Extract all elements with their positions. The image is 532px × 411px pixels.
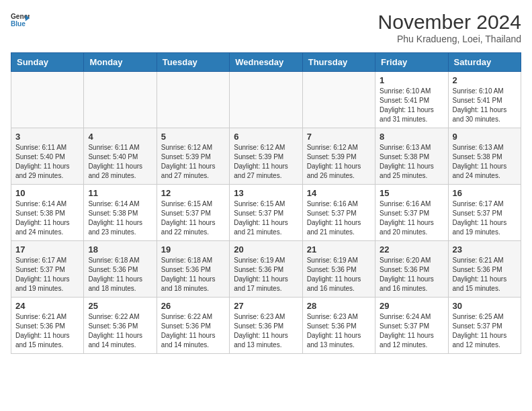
day-number: 15 xyxy=(380,188,443,198)
day-number: 20 xyxy=(234,244,298,255)
day-info: Sunrise: 6:16 AM Sunset: 5:37 PM Dayligh… xyxy=(307,199,371,237)
day-number: 16 xyxy=(453,188,517,198)
calendar-cell xyxy=(302,72,375,128)
day-info: Sunrise: 6:18 AM Sunset: 5:36 PM Dayligh… xyxy=(88,256,152,293)
day-info: Sunrise: 6:12 AM Sunset: 5:39 PM Dayligh… xyxy=(307,143,371,181)
day-number: 8 xyxy=(380,132,443,142)
calendar-cell xyxy=(11,72,84,128)
day-info: Sunrise: 6:13 AM Sunset: 5:38 PM Dayligh… xyxy=(380,143,443,181)
weekday-saturday: Saturday xyxy=(448,53,521,72)
calendar-week-2: 3Sunrise: 6:11 AM Sunset: 5:40 PM Daylig… xyxy=(11,128,521,185)
day-info: Sunrise: 6:17 AM Sunset: 5:37 PM Dayligh… xyxy=(453,199,517,237)
day-info: Sunrise: 6:10 AM Sunset: 5:41 PM Dayligh… xyxy=(453,87,517,124)
calendar-cell: 20Sunrise: 6:19 AM Sunset: 5:36 PM Dayli… xyxy=(230,241,302,298)
calendar-cell: 25Sunrise: 6:22 AM Sunset: 5:36 PM Dayli… xyxy=(84,298,157,354)
day-number: 25 xyxy=(88,301,152,311)
day-number: 4 xyxy=(88,132,152,142)
day-info: Sunrise: 6:14 AM Sunset: 5:38 PM Dayligh… xyxy=(88,199,152,237)
calendar-cell: 23Sunrise: 6:21 AM Sunset: 5:36 PM Dayli… xyxy=(448,241,521,298)
day-info: Sunrise: 6:22 AM Sunset: 5:36 PM Dayligh… xyxy=(88,312,152,350)
day-info: Sunrise: 6:15 AM Sunset: 5:37 PM Dayligh… xyxy=(161,199,225,237)
calendar-week-4: 17Sunrise: 6:17 AM Sunset: 5:37 PM Dayli… xyxy=(11,241,521,298)
day-info: Sunrise: 6:11 AM Sunset: 5:40 PM Dayligh… xyxy=(88,143,152,181)
calendar-cell xyxy=(84,72,157,128)
calendar-cell: 22Sunrise: 6:20 AM Sunset: 5:36 PM Dayli… xyxy=(375,241,448,298)
day-number: 23 xyxy=(453,244,517,255)
calendar-cell: 16Sunrise: 6:17 AM Sunset: 5:37 PM Dayli… xyxy=(448,185,521,241)
calendar-week-3: 10Sunrise: 6:14 AM Sunset: 5:38 PM Dayli… xyxy=(11,185,521,241)
day-number: 11 xyxy=(88,188,152,198)
day-info: Sunrise: 6:20 AM Sunset: 5:36 PM Dayligh… xyxy=(380,256,443,293)
day-number: 22 xyxy=(380,244,443,255)
calendar-cell: 2Sunrise: 6:10 AM Sunset: 5:41 PM Daylig… xyxy=(448,72,521,128)
day-number: 18 xyxy=(88,244,152,255)
calendar-cell: 28Sunrise: 6:23 AM Sunset: 5:36 PM Dayli… xyxy=(302,298,375,354)
day-info: Sunrise: 6:17 AM Sunset: 5:37 PM Dayligh… xyxy=(15,256,79,293)
weekday-tuesday: Tuesday xyxy=(157,53,229,72)
day-number: 6 xyxy=(234,132,298,142)
calendar-cell: 11Sunrise: 6:14 AM Sunset: 5:38 PM Dayli… xyxy=(84,185,157,241)
day-info: Sunrise: 6:15 AM Sunset: 5:37 PM Dayligh… xyxy=(234,199,298,237)
calendar-cell: 8Sunrise: 6:13 AM Sunset: 5:38 PM Daylig… xyxy=(375,128,448,185)
logo-icon: General Blue xyxy=(11,11,30,30)
calendar-cell: 6Sunrise: 6:12 AM Sunset: 5:39 PM Daylig… xyxy=(230,128,302,185)
calendar-week-5: 24Sunrise: 6:21 AM Sunset: 5:36 PM Dayli… xyxy=(11,298,521,354)
calendar-cell: 29Sunrise: 6:24 AM Sunset: 5:37 PM Dayli… xyxy=(375,298,448,354)
day-number: 12 xyxy=(161,188,225,198)
weekday-friday: Friday xyxy=(375,53,448,72)
weekday-header-row: SundayMondayTuesdayWednesdayThursdayFrid… xyxy=(11,53,521,72)
day-number: 19 xyxy=(161,244,225,255)
day-info: Sunrise: 6:21 AM Sunset: 5:36 PM Dayligh… xyxy=(453,256,517,293)
day-number: 3 xyxy=(15,132,79,142)
day-number: 13 xyxy=(234,188,298,198)
day-info: Sunrise: 6:13 AM Sunset: 5:38 PM Dayligh… xyxy=(453,143,517,181)
calendar-cell: 7Sunrise: 6:12 AM Sunset: 5:39 PM Daylig… xyxy=(302,128,375,185)
svg-text:Blue: Blue xyxy=(11,20,26,28)
title-area: November 2024 Phu Kradueng, Loei, Thaila… xyxy=(378,11,521,44)
weekday-thursday: Thursday xyxy=(302,53,375,72)
day-number: 29 xyxy=(380,301,443,311)
calendar-cell xyxy=(157,72,229,128)
day-info: Sunrise: 6:12 AM Sunset: 5:39 PM Dayligh… xyxy=(234,143,298,181)
calendar-cell: 5Sunrise: 6:12 AM Sunset: 5:39 PM Daylig… xyxy=(157,128,229,185)
day-info: Sunrise: 6:16 AM Sunset: 5:37 PM Dayligh… xyxy=(380,199,443,237)
day-number: 7 xyxy=(307,132,371,142)
day-info: Sunrise: 6:10 AM Sunset: 5:41 PM Dayligh… xyxy=(380,87,443,124)
day-number: 17 xyxy=(15,244,79,255)
day-number: 14 xyxy=(307,188,371,198)
calendar-cell: 3Sunrise: 6:11 AM Sunset: 5:40 PM Daylig… xyxy=(11,128,84,185)
day-info: Sunrise: 6:19 AM Sunset: 5:36 PM Dayligh… xyxy=(234,256,298,293)
location: Phu Kradueng, Loei, Thailand xyxy=(378,34,521,44)
day-info: Sunrise: 6:21 AM Sunset: 5:36 PM Dayligh… xyxy=(15,312,79,350)
calendar-week-1: 1Sunrise: 6:10 AM Sunset: 5:41 PM Daylig… xyxy=(11,72,521,128)
day-info: Sunrise: 6:14 AM Sunset: 5:38 PM Dayligh… xyxy=(15,199,79,237)
calendar-table: SundayMondayTuesdayWednesdayThursdayFrid… xyxy=(11,52,521,354)
day-number: 27 xyxy=(234,301,298,311)
calendar-cell: 4Sunrise: 6:11 AM Sunset: 5:40 PM Daylig… xyxy=(84,128,157,185)
weekday-wednesday: Wednesday xyxy=(230,53,302,72)
day-info: Sunrise: 6:18 AM Sunset: 5:36 PM Dayligh… xyxy=(161,256,225,293)
day-info: Sunrise: 6:24 AM Sunset: 5:37 PM Dayligh… xyxy=(380,312,443,350)
page-header: General Blue November 2024 Phu Kradueng,… xyxy=(11,11,521,44)
day-number: 26 xyxy=(161,301,225,311)
day-number: 24 xyxy=(15,301,79,311)
calendar-cell: 30Sunrise: 6:25 AM Sunset: 5:37 PM Dayli… xyxy=(448,298,521,354)
day-number: 1 xyxy=(380,75,443,85)
day-info: Sunrise: 6:23 AM Sunset: 5:36 PM Dayligh… xyxy=(307,312,371,350)
calendar-cell: 18Sunrise: 6:18 AM Sunset: 5:36 PM Dayli… xyxy=(84,241,157,298)
day-number: 10 xyxy=(15,188,79,198)
day-info: Sunrise: 6:25 AM Sunset: 5:37 PM Dayligh… xyxy=(453,312,517,350)
logo: General Blue xyxy=(11,11,30,30)
day-number: 28 xyxy=(307,301,371,311)
calendar-cell: 12Sunrise: 6:15 AM Sunset: 5:37 PM Dayli… xyxy=(157,185,229,241)
calendar-cell: 14Sunrise: 6:16 AM Sunset: 5:37 PM Dayli… xyxy=(302,185,375,241)
calendar-cell xyxy=(230,72,302,128)
calendar-cell: 9Sunrise: 6:13 AM Sunset: 5:38 PM Daylig… xyxy=(448,128,521,185)
day-number: 30 xyxy=(453,301,517,311)
calendar-cell: 19Sunrise: 6:18 AM Sunset: 5:36 PM Dayli… xyxy=(157,241,229,298)
day-info: Sunrise: 6:22 AM Sunset: 5:36 PM Dayligh… xyxy=(161,312,225,350)
calendar-cell: 27Sunrise: 6:23 AM Sunset: 5:36 PM Dayli… xyxy=(230,298,302,354)
calendar-cell: 10Sunrise: 6:14 AM Sunset: 5:38 PM Dayli… xyxy=(11,185,84,241)
day-number: 5 xyxy=(161,132,225,142)
calendar-cell: 26Sunrise: 6:22 AM Sunset: 5:36 PM Dayli… xyxy=(157,298,229,354)
